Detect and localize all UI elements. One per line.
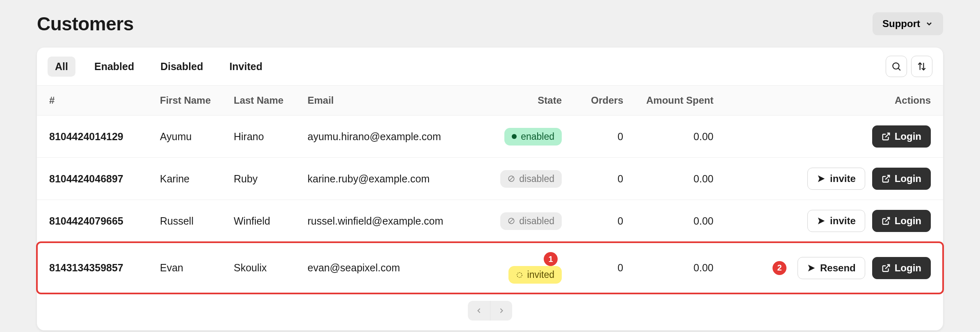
cell-amount: 0.00 [631,158,722,200]
send-icon [817,174,826,183]
pager-prev[interactable] [468,301,490,321]
sort-icon [916,61,927,72]
search-button[interactable] [886,56,907,77]
resend-label: Resend [820,262,856,274]
external-link-icon [882,132,891,141]
status-badge-invited: invited [508,266,562,284]
cell-last-name: Hirano [226,116,299,158]
pending-icon [516,271,523,279]
svg-line-2 [885,133,889,137]
cell-actions: 2 Resend Login [722,242,943,294]
external-link-icon [882,264,891,273]
svg-line-7 [509,219,514,223]
badge-label: disabled [519,173,554,184]
invite-label: invite [830,215,856,227]
cell-email: ayumu.hirano@example.com [299,116,488,158]
cell-actions: invite Login [722,200,943,242]
pagination [37,293,943,330]
callout-badge-1: 1 [544,252,558,266]
col-last-name: Last Name [226,86,299,116]
invite-button[interactable]: invite [807,210,865,232]
cell-actions: Login [722,116,943,158]
col-state: State [488,86,570,116]
cell-orders: 0 [570,242,631,294]
support-button[interactable]: Support [873,12,943,35]
cell-amount: 0.00 [631,116,722,158]
page-header: Customers Support [37,12,943,35]
badge-label: invited [527,269,554,280]
svg-line-4 [509,177,514,181]
cell-id: 8104424014129 [37,116,152,158]
login-button[interactable]: Login [872,168,931,190]
toolbar-actions [886,56,932,77]
cell-last-name: Winfield [226,200,299,242]
chevron-down-icon [925,20,933,28]
tab-all[interactable]: All [48,57,75,77]
cell-orders: 0 [570,158,631,200]
status-badge-enabled: enabled [504,128,562,146]
cell-state: disabled [488,158,570,200]
login-button[interactable]: Login [872,210,931,232]
svg-line-8 [885,218,889,222]
tab-enabled[interactable]: Enabled [87,57,141,77]
cell-orders: 0 [570,116,631,158]
cell-first-name: Russell [152,200,226,242]
invite-button[interactable]: invite [807,168,865,190]
cell-last-name: Skoulix [226,242,299,294]
customers-table: # First Name Last Name Email State Order… [37,85,943,293]
svg-line-1 [898,68,900,70]
sort-button[interactable] [911,56,932,77]
block-icon [508,175,515,182]
col-id: # [37,86,152,116]
login-label: Login [895,215,921,227]
table-row-highlighted[interactable]: 8143134359857 Evan Skoulix evan@seapixel… [37,242,943,294]
send-icon [807,264,816,273]
resend-button[interactable]: Resend [798,257,865,279]
cell-state: 1 invited [488,242,570,294]
table-row[interactable]: 8104424046897 Karine Ruby karine.ruby@ex… [37,158,943,200]
chevron-right-icon [497,307,506,315]
cell-id: 8143134359857 [37,242,152,294]
cell-state: disabled [488,200,570,242]
table-row[interactable]: 8104424079665 Russell Winfield russel.wi… [37,200,943,242]
login-button[interactable]: Login [872,257,931,279]
toolbar: All Enabled Disabled Invited [37,48,943,85]
send-icon [817,216,826,225]
login-label: Login [895,173,921,184]
cell-email: russel.winfield@example.com [299,200,488,242]
dot-icon [512,134,517,139]
cell-orders: 0 [570,200,631,242]
tabs: All Enabled Disabled Invited [48,57,270,77]
login-label: Login [895,262,921,274]
cell-first-name: Evan [152,242,226,294]
search-icon [891,61,902,72]
svg-point-9 [517,273,522,277]
cell-first-name: Ayumu [152,116,226,158]
invite-label: invite [830,173,856,184]
pager-next[interactable] [490,301,512,321]
status-badge-disabled: disabled [500,212,562,230]
external-link-icon [882,216,891,225]
svg-point-0 [893,63,899,69]
login-button[interactable]: Login [872,125,931,148]
cell-email: evan@seapixel.com [299,242,488,294]
support-label: Support [882,18,920,30]
cell-id: 8104424079665 [37,200,152,242]
table-row[interactable]: 8104424014129 Ayumu Hirano ayumu.hirano@… [37,116,943,158]
chevron-left-icon [475,307,483,315]
cell-actions: invite Login [722,158,943,200]
cell-first-name: Karine [152,158,226,200]
callout-badge-2: 2 [773,261,786,275]
external-link-icon [882,174,891,183]
cell-email: karine.ruby@example.com [299,158,488,200]
badge-label: disabled [519,216,554,227]
col-orders: Orders [570,86,631,116]
cell-id: 8104424046897 [37,158,152,200]
tab-disabled[interactable]: Disabled [153,57,210,77]
tab-invited[interactable]: Invited [222,57,270,77]
cell-amount: 0.00 [631,200,722,242]
cell-state: enabled [488,116,570,158]
cell-last-name: Ruby [226,158,299,200]
block-icon [508,217,515,225]
col-actions: Actions [722,86,943,116]
